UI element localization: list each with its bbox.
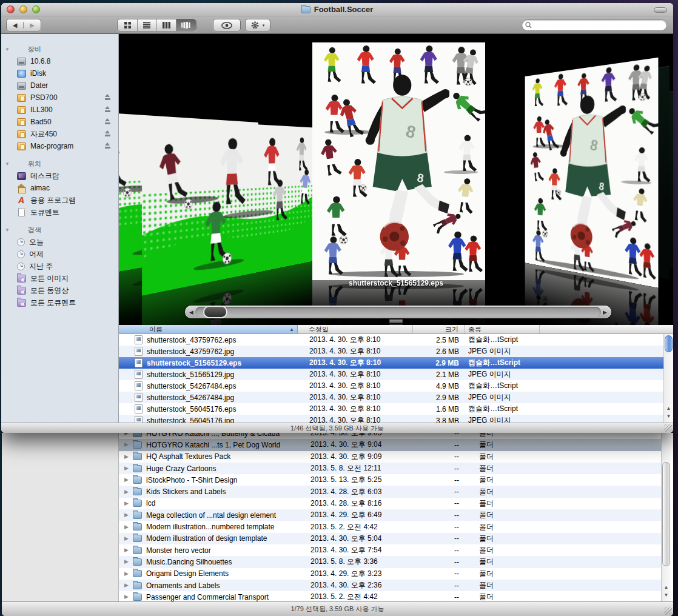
disclosure-triangle-icon[interactable]: ▶ — [124, 583, 130, 588]
minimize-button[interactable] — [19, 5, 27, 13]
folder-row[interactable]: ▶ Monster hero vector 2013. 4. 30. 오후 7:… — [119, 544, 661, 556]
sidebar[interactable]: ▼ 장비 10.6.8 iDisk Dater — [1, 34, 119, 423]
scroll-up-arrow-icon[interactable]: ▲ — [664, 404, 673, 412]
resize-grip-icon[interactable] — [664, 424, 672, 432]
scroll-down-arrow-icon[interactable]: ▼ — [662, 591, 671, 599]
column-header-kind[interactable]: 종류 — [465, 325, 540, 333]
section-disclosure-icon[interactable]: ▼ — [5, 161, 10, 167]
scroll-down-arrow-icon[interactable]: ▼ — [664, 412, 673, 420]
folder-row[interactable]: ▶ Origami Design Elements 2013. 4. 29. 오… — [119, 568, 661, 580]
section-disclosure-icon[interactable]: ▼ — [5, 47, 10, 52]
disclosure-triangle-icon[interactable]: ▶ — [124, 512, 130, 518]
sidebar-item[interactable]: iDisk — [1, 67, 118, 79]
sidebar-item[interactable]: Bad50 — [1, 116, 118, 128]
coverflow-area[interactable]: shutterstock_51565129.eps ◀ ▶ — [119, 34, 673, 325]
folder-row[interactable]: ▶ HQ Asphalt Textures Pack 2013. 4. 30. … — [119, 451, 661, 463]
zoom-button[interactable] — [32, 5, 40, 13]
scrollbar-thumb[interactable] — [662, 462, 670, 566]
list-header[interactable]: 이름 ▲ 수정일 크기 종류 — [119, 325, 673, 334]
background-file-list[interactable]: ▶ HOTGYRO Katachi ..., Butterfly & Cicad… — [119, 433, 661, 609]
file-row[interactable]: shutterstock_43759762.eps 2013. 4. 30. 오… — [119, 334, 673, 346]
disclosure-triangle-icon[interactable]: ▶ — [124, 477, 130, 483]
coverflow-item-previous-1[interactable] — [142, 118, 320, 325]
folder-row[interactable]: ▶ Music.Dancing Silhouettes 2013. 5. 8. … — [119, 556, 661, 567]
scrollbar-thumb[interactable] — [665, 335, 673, 352]
sidebar-item[interactable]: 오늘 — [1, 236, 118, 248]
column-view-button[interactable] — [157, 19, 176, 31]
sidebar-item[interactable]: 모든 도큐멘트 — [1, 296, 118, 309]
search-input[interactable] — [534, 21, 666, 30]
close-button[interactable] — [7, 5, 15, 13]
forward-button[interactable]: ▶ — [24, 22, 41, 28]
file-row[interactable]: shutterstock_51565129.jpg 2013. 4. 30. 오… — [119, 369, 673, 380]
sidebar-item[interactable]: ▼ 검색 — [1, 224, 118, 236]
file-rows[interactable]: shutterstock_43759762.eps 2013. 4. 30. 오… — [119, 334, 673, 423]
toolbar-toggle-button[interactable] — [654, 7, 667, 13]
file-row[interactable]: shutterstock_43759762.jpg 2013. 4. 30. 오… — [119, 346, 673, 357]
sidebar-item[interactable]: 모든 동영상 — [1, 284, 118, 296]
column-header-name[interactable]: 이름 ▲ — [119, 325, 298, 333]
nav-buttons[interactable]: ◀ ▶ — [6, 19, 41, 32]
eject-icon[interactable] — [104, 130, 111, 137]
sidebar-item[interactable]: PSD700 — [1, 92, 118, 104]
disclosure-triangle-icon[interactable]: ▶ — [124, 501, 130, 506]
disclosure-triangle-icon[interactable]: ▶ — [124, 571, 130, 577]
background-vertical-scrollbar[interactable]: ▲ ▼ — [661, 433, 671, 601]
file-row[interactable]: shutterstock_56045176.eps 2013. 4. 30. 오… — [119, 403, 673, 415]
coverflow-view-button[interactable] — [176, 19, 196, 31]
action-menu-button[interactable]: ▼ — [245, 19, 270, 32]
disclosure-triangle-icon[interactable]: ▶ — [124, 594, 130, 600]
background-finder-window[interactable]: ▶ HOTGYRO Katachi ..., Butterfly & Cicad… — [2, 433, 673, 616]
column-header-date-modified[interactable]: 수정일 — [298, 325, 413, 333]
scroll-up-arrow-icon[interactable]: ▲ — [662, 583, 671, 591]
folder-row[interactable]: ▶ Modern illustration...numbered templat… — [119, 521, 661, 532]
sidebar-item[interactable]: 지난 주 — [1, 260, 118, 272]
sidebar-item[interactable]: aimac — [1, 182, 118, 194]
disclosure-triangle-icon[interactable]: ▶ — [124, 454, 130, 460]
finder-window[interactable]: Football.Soccer ◀ ▶ ▼ — [1, 3, 673, 433]
coverflow-scroll-left-icon[interactable]: ◀ — [186, 306, 196, 318]
file-row[interactable]: shutterstock_54267484.jpg 2013. 4. 30. 오… — [119, 392, 673, 403]
file-row[interactable]: shutterstock_56045176.jpg 2013. 4. 30. 오… — [119, 415, 673, 423]
resize-grip-icon[interactable] — [664, 607, 672, 615]
disclosure-triangle-icon[interactable]: ▶ — [124, 536, 130, 541]
disclosure-triangle-icon[interactable]: ▶ — [124, 466, 130, 471]
search-field[interactable] — [522, 19, 667, 31]
folder-row[interactable]: ▶ iStockPhoto - T-Shirt Design 2013. 5. … — [119, 474, 661, 486]
sidebar-item[interactable]: Mac-program — [1, 140, 118, 152]
file-row[interactable]: shutterstock_51565129.eps 2013. 4. 30. 오… — [119, 357, 673, 369]
view-mode-segmented-control[interactable] — [117, 19, 196, 32]
sidebar-item[interactable]: 자료450 — [1, 128, 118, 140]
window-controls[interactable] — [7, 5, 40, 13]
folder-row[interactable]: ▶ lcd 2013. 4. 28. 오후 8:16 -- 폴더 — [119, 498, 661, 509]
sidebar-item[interactable]: 도큐멘트 — [1, 206, 118, 218]
sidebar-item[interactable]: Dater — [1, 79, 118, 92]
coverflow-scrollbar[interactable]: ◀ ▶ — [185, 306, 611, 318]
eject-icon[interactable] — [104, 118, 111, 125]
folder-row[interactable]: ▶ HOTGYRO Katachi ..., Butterfly & Cicad… — [119, 433, 661, 439]
sidebar-item[interactable]: 어제 — [1, 248, 118, 260]
eject-icon[interactable] — [104, 142, 111, 149]
icon-view-button[interactable] — [118, 19, 138, 31]
disclosure-triangle-icon[interactable]: ▶ — [124, 547, 130, 553]
sidebar-item[interactable]: 모든 이미지 — [1, 272, 118, 284]
back-button[interactable]: ◀ — [7, 22, 24, 28]
list-vertical-scrollbar[interactable]: ▲ ▼ — [663, 334, 673, 423]
disclosure-triangle-icon[interactable]: ▶ — [124, 442, 130, 447]
disclosure-triangle-icon[interactable]: ▶ — [124, 559, 130, 564]
sidebar-item[interactable]: 10.6.8 — [1, 55, 118, 67]
folder-row[interactable]: ▶ Kids Stickers and Labels 2013. 4. 28. … — [119, 486, 661, 497]
disclosure-triangle-icon[interactable]: ▶ — [124, 433, 130, 436]
disclosure-triangle-icon[interactable]: ▶ — [124, 489, 130, 495]
folder-row[interactable]: ▶ Ornaments and Labels 2013. 4. 30. 오후 2… — [119, 580, 661, 591]
disclosure-triangle-icon[interactable]: ▶ — [124, 524, 130, 530]
coverflow-resize-handle-icon[interactable] — [389, 320, 403, 325]
folder-row[interactable]: ▶ Modern illustration of design template… — [119, 533, 661, 544]
quick-look-button[interactable] — [213, 19, 241, 32]
sidebar-item[interactable]: ▼ 장비 — [1, 43, 118, 55]
coverflow-scroll-right-icon[interactable]: ▶ — [600, 306, 610, 318]
sidebar-item[interactable]: ILL300 — [1, 104, 118, 116]
file-list[interactable]: shutterstock_43759762.eps 2013. 4. 30. 오… — [119, 334, 673, 423]
sidebar-item[interactable]: 데스크탑 — [1, 170, 118, 182]
section-disclosure-icon[interactable]: ▼ — [5, 227, 10, 233]
